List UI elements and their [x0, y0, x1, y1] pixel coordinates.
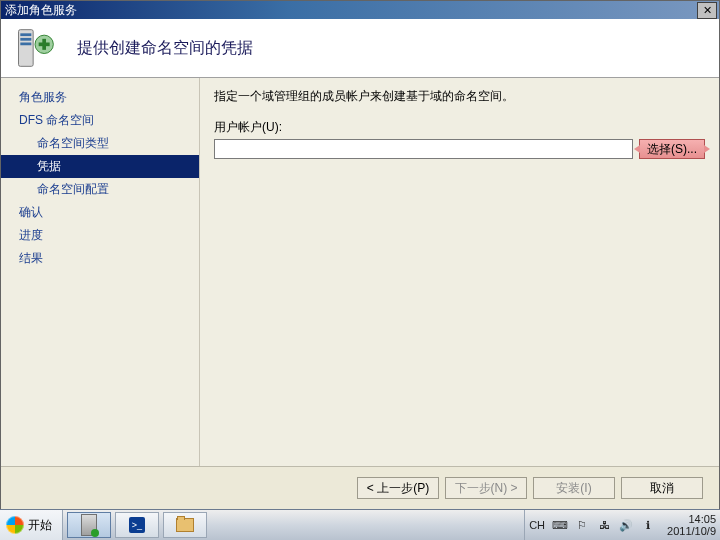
- server-role-icon: [13, 26, 57, 70]
- windows-logo-icon: [6, 516, 24, 534]
- window-title: 添加角色服务: [5, 2, 77, 19]
- wizard-footer: < 上一步(P) 下一步(N) > 安装(I) 取消: [1, 466, 719, 509]
- taskbar-item-powershell[interactable]: >_: [115, 512, 159, 538]
- svg-rect-6: [39, 43, 50, 47]
- svg-rect-2: [20, 38, 31, 41]
- page-title: 提供创建命名空间的凭据: [77, 38, 253, 59]
- info-icon[interactable]: ℹ: [641, 518, 655, 532]
- start-button[interactable]: 开始: [0, 510, 63, 540]
- account-label: 用户帐户(U):: [214, 119, 705, 136]
- taskbar-item-server-manager[interactable]: [67, 512, 111, 538]
- instruction-text: 指定一个域管理组的成员帐户来创建基于域的命名空间。: [214, 88, 705, 105]
- taskbar-item-explorer[interactable]: [163, 512, 207, 538]
- start-label: 开始: [28, 517, 52, 534]
- cancel-button[interactable]: 取消: [621, 477, 703, 499]
- clock-date: 2011/10/9: [667, 525, 716, 537]
- system-tray: CH ⌨ ⚐ 🖧 🔊 ℹ 14:05 2011/10/9: [524, 510, 720, 540]
- explorer-icon: [176, 518, 194, 532]
- volume-icon[interactable]: 🔊: [619, 518, 633, 532]
- install-button: 安装(I): [533, 477, 615, 499]
- action-center-icon[interactable]: ⚐: [575, 518, 589, 532]
- sidebar-item-progress[interactable]: 进度: [1, 224, 199, 247]
- sidebar-item-result[interactable]: 结果: [1, 247, 199, 270]
- user-account-input[interactable]: [214, 139, 633, 159]
- sidebar-item-namespace-type[interactable]: 命名空间类型: [1, 132, 199, 155]
- svg-rect-1: [20, 33, 31, 36]
- wizard-window: 添加角色服务 ✕ 提供创建命名空间的凭据 角色服务 DFS 命名空间 命名空间类…: [0, 0, 720, 510]
- wizard-main: 指定一个域管理组的成员帐户来创建基于域的命名空间。 用户帐户(U): 选择(S)…: [200, 78, 719, 466]
- sidebar-item-role-services[interactable]: 角色服务: [1, 86, 199, 109]
- next-button: 下一步(N) >: [445, 477, 527, 499]
- taskbar: 开始 >_ CH ⌨ ⚐ 🖧 🔊 ℹ 14:05 2011/10/9: [0, 509, 720, 540]
- clock[interactable]: 14:05 2011/10/9: [663, 513, 716, 537]
- wizard-header: 提供创建命名空间的凭据: [1, 19, 719, 78]
- svg-rect-3: [20, 43, 31, 46]
- sidebar-item-confirm[interactable]: 确认: [1, 201, 199, 224]
- wizard-body: 角色服务 DFS 命名空间 命名空间类型 凭据 命名空间配置 确认 进度 结果 …: [1, 78, 719, 466]
- sidebar-item-namespace-config[interactable]: 命名空间配置: [1, 178, 199, 201]
- powershell-icon: >_: [129, 517, 145, 533]
- sidebar-item-credentials[interactable]: 凭据: [1, 155, 199, 178]
- account-field-row: 选择(S)...: [214, 139, 705, 159]
- prev-button[interactable]: < 上一步(P): [357, 477, 439, 499]
- ime-indicator[interactable]: CH: [529, 519, 545, 531]
- keyboard-icon[interactable]: ⌨: [553, 518, 567, 532]
- server-manager-icon: [81, 514, 97, 536]
- sidebar-item-dfs-namespace[interactable]: DFS 命名空间: [1, 109, 199, 132]
- select-button[interactable]: 选择(S)...: [639, 139, 705, 159]
- network-icon[interactable]: 🖧: [597, 518, 611, 532]
- wizard-sidebar: 角色服务 DFS 命名空间 命名空间类型 凭据 命名空间配置 确认 进度 结果: [1, 78, 200, 466]
- title-bar: 添加角色服务 ✕: [1, 1, 719, 19]
- clock-time: 14:05: [667, 513, 716, 525]
- close-icon[interactable]: ✕: [697, 2, 717, 19]
